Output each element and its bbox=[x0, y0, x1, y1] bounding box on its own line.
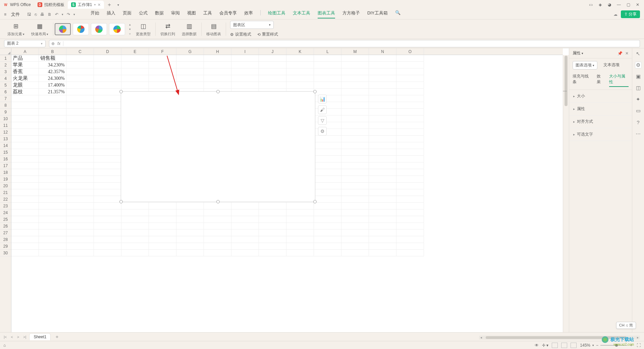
close-panel-icon[interactable]: ✕ bbox=[625, 51, 629, 56]
cell[interactable] bbox=[341, 142, 369, 149]
cell[interactable] bbox=[94, 55, 121, 62]
cell[interactable] bbox=[149, 223, 176, 230]
cell[interactable] bbox=[121, 75, 149, 82]
ribbon-tab-diy[interactable]: DIY工具箱 bbox=[367, 10, 388, 18]
cell[interactable] bbox=[94, 243, 121, 250]
cell[interactable] bbox=[121, 230, 149, 236]
panel-section-size[interactable]: 大小 bbox=[569, 90, 632, 103]
cell[interactable] bbox=[176, 243, 204, 250]
worksheet[interactable]: ABCDEFGHIJKLMNO 123456789101112131415161… bbox=[0, 48, 569, 332]
cell[interactable] bbox=[11, 183, 39, 189]
scroll-right-icon[interactable]: ▸ bbox=[637, 336, 639, 339]
cell[interactable] bbox=[286, 223, 314, 230]
cell[interactable] bbox=[369, 82, 396, 89]
cell[interactable] bbox=[341, 243, 369, 250]
chart-style-2[interactable] bbox=[73, 23, 89, 35]
move-chart-group[interactable]: ▤ 移动图表 bbox=[203, 21, 224, 37]
titlebar-tab-wps[interactable]: W WPS Office bbox=[0, 1, 34, 9]
cell[interactable] bbox=[396, 109, 424, 115]
select-all-corner[interactable] bbox=[0, 48, 11, 55]
normal-view-icon[interactable] bbox=[552, 343, 558, 348]
row-header[interactable]: 24 bbox=[0, 209, 11, 216]
cell[interactable] bbox=[94, 136, 121, 142]
cell[interactable] bbox=[66, 62, 94, 68]
cell[interactable] bbox=[66, 156, 94, 162]
sheet-first-icon[interactable]: |< bbox=[3, 335, 8, 339]
row-header[interactable]: 25 bbox=[0, 216, 11, 223]
cell[interactable] bbox=[94, 102, 121, 109]
column-header[interactable]: K bbox=[286, 48, 314, 55]
cell[interactable] bbox=[121, 62, 149, 68]
cell[interactable] bbox=[176, 68, 204, 75]
cell[interactable] bbox=[286, 55, 314, 62]
cell[interactable] bbox=[11, 149, 39, 156]
cell[interactable] bbox=[149, 230, 176, 236]
cell[interactable] bbox=[314, 230, 341, 236]
cell[interactable] bbox=[11, 156, 39, 162]
cell[interactable] bbox=[231, 223, 259, 230]
cell[interactable] bbox=[369, 102, 396, 109]
cell[interactable] bbox=[176, 82, 204, 89]
panel-subtab-fill[interactable]: 填充与线条 bbox=[573, 73, 592, 87]
row-header[interactable]: 30 bbox=[0, 250, 11, 256]
panel-subtab-size[interactable]: 大小与属性 bbox=[609, 73, 629, 87]
cell[interactable] bbox=[66, 223, 94, 230]
cell[interactable] bbox=[259, 62, 286, 68]
cell[interactable] bbox=[94, 209, 121, 216]
cell[interactable]: 销售额 bbox=[39, 55, 66, 62]
cell[interactable] bbox=[369, 109, 396, 115]
cell[interactable] bbox=[204, 203, 231, 209]
cell[interactable] bbox=[11, 223, 39, 230]
cell[interactable] bbox=[314, 209, 341, 216]
column-header[interactable]: F bbox=[149, 48, 176, 55]
cell[interactable] bbox=[259, 216, 286, 223]
scroll-left-icon[interactable]: ◂ bbox=[480, 336, 482, 339]
cell[interactable] bbox=[369, 169, 396, 176]
cell[interactable] bbox=[369, 203, 396, 209]
cell[interactable] bbox=[369, 189, 396, 196]
change-type-group[interactable]: ◫ 更改类型 bbox=[132, 21, 154, 37]
cell[interactable] bbox=[66, 68, 94, 75]
redo-icon[interactable]: ↷ bbox=[67, 12, 70, 17]
cell[interactable] bbox=[369, 129, 396, 136]
cell[interactable] bbox=[11, 209, 39, 216]
column-header[interactable]: E bbox=[121, 48, 149, 55]
cell[interactable] bbox=[121, 203, 149, 209]
cell[interactable] bbox=[341, 169, 369, 176]
cell[interactable] bbox=[66, 142, 94, 149]
cell[interactable]: 香蕉 bbox=[11, 68, 39, 75]
cell[interactable] bbox=[39, 189, 66, 196]
cell[interactable] bbox=[259, 203, 286, 209]
select-data-group[interactable]: ▥ 选择数据 bbox=[178, 21, 200, 37]
cell[interactable]: 火龙果 bbox=[11, 75, 39, 82]
ribbon-tab-chart-tools[interactable]: 图表工具 bbox=[318, 10, 335, 18]
cell[interactable] bbox=[39, 236, 66, 243]
cell[interactable] bbox=[94, 62, 121, 68]
cell[interactable]: 21.357% bbox=[39, 89, 66, 95]
sheet-prev-icon[interactable]: < bbox=[10, 335, 14, 339]
cell[interactable]: 苹果 bbox=[11, 62, 39, 68]
resize-handle[interactable] bbox=[216, 200, 220, 203]
cell[interactable] bbox=[39, 196, 66, 203]
cell[interactable] bbox=[66, 136, 94, 142]
cell[interactable] bbox=[286, 230, 314, 236]
cell[interactable] bbox=[314, 169, 341, 176]
resize-handle[interactable] bbox=[119, 90, 123, 93]
cell[interactable] bbox=[314, 149, 341, 156]
row-header[interactable]: 29 bbox=[0, 243, 11, 250]
cell[interactable] bbox=[39, 129, 66, 136]
cell[interactable] bbox=[396, 209, 424, 216]
cell[interactable] bbox=[94, 230, 121, 236]
cell[interactable] bbox=[341, 68, 369, 75]
cell[interactable] bbox=[369, 236, 396, 243]
cell[interactable] bbox=[11, 230, 39, 236]
cell[interactable] bbox=[11, 102, 39, 109]
cell[interactable] bbox=[39, 115, 66, 122]
cell[interactable] bbox=[94, 149, 121, 156]
column-header[interactable]: B bbox=[39, 48, 66, 55]
cell[interactable] bbox=[176, 230, 204, 236]
cell[interactable] bbox=[149, 236, 176, 243]
window-maximize-icon[interactable]: ▢ bbox=[626, 2, 631, 7]
cell[interactable] bbox=[66, 230, 94, 236]
cell[interactable] bbox=[66, 55, 94, 62]
